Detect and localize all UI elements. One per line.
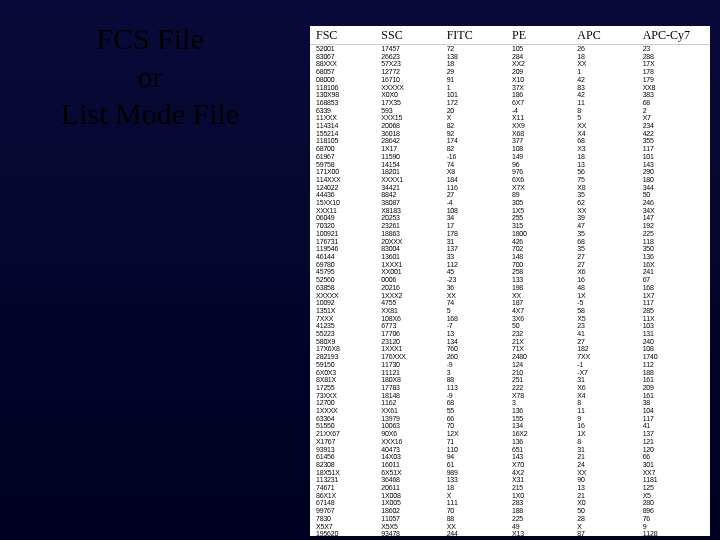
cell: 28	[575, 515, 640, 523]
cell: 20253	[379, 214, 444, 222]
cell: 57X23	[379, 60, 444, 68]
cell: 18148	[379, 392, 444, 400]
cell: 89	[510, 191, 575, 199]
cell: 1181	[641, 476, 706, 484]
table-body: 5200117457721052623830672662313828418288…	[310, 45, 710, 536]
cell: 37X	[510, 84, 575, 92]
cell: 23	[641, 45, 706, 53]
cell: 82308	[314, 461, 379, 469]
cell: XX	[575, 207, 640, 215]
cell: 14154	[379, 161, 444, 169]
cell: 1162	[379, 399, 444, 407]
cell: 179	[641, 76, 706, 84]
cell: 187	[510, 299, 575, 307]
cell: 76	[641, 515, 706, 523]
cell: X11	[510, 114, 575, 122]
table-row: 1351XXX8154X758285	[314, 307, 706, 315]
table-row: 6X0X3111213210-X7188	[314, 369, 706, 377]
cell: X7X	[510, 184, 575, 192]
cell: 91	[445, 76, 510, 84]
table-row: 55223177061323241131	[314, 330, 706, 338]
cell: XXXX1	[379, 176, 444, 184]
cell: 192	[641, 222, 706, 230]
cell: 45795	[314, 268, 379, 276]
cell: 113	[445, 384, 510, 392]
cell: 305	[510, 199, 575, 207]
cell: X5	[575, 315, 640, 323]
cell: X5X7	[314, 523, 379, 531]
table-row: 44436884227893550	[314, 191, 706, 199]
cell: 69780	[314, 261, 379, 269]
cell: 87	[575, 530, 640, 536]
cell: 232	[510, 330, 575, 338]
cell: 130X98	[314, 91, 379, 99]
cell: 83	[575, 84, 640, 92]
cell: 42	[575, 76, 640, 84]
cell: 149	[510, 153, 575, 161]
cell: XXX16	[379, 438, 444, 446]
cell: 61	[445, 461, 510, 469]
cell: XX	[510, 292, 575, 300]
cell: 16	[575, 276, 640, 284]
cell: 14X03	[379, 453, 444, 461]
cell: 5	[445, 307, 510, 315]
table-row: 1143142006882XX9XX234	[314, 122, 706, 130]
title-block: FCS File or List Mode File	[0, 0, 300, 540]
cell: 31	[445, 238, 510, 246]
cell: 67148	[314, 499, 379, 507]
cell: X70	[510, 461, 575, 469]
cell: 17783	[379, 384, 444, 392]
cell: X1767	[314, 438, 379, 446]
cell: 593	[379, 107, 444, 115]
cell: 1XXX1	[379, 345, 444, 353]
cell: 244	[445, 530, 510, 536]
cell: X5X5	[379, 523, 444, 531]
cell: 38	[641, 399, 706, 407]
table-row: 10092118863178180035225	[314, 230, 706, 238]
cell: 16710	[379, 76, 444, 84]
cell: 11	[575, 407, 640, 415]
table-row: XXX11X81831081X5XX34X	[314, 207, 706, 215]
cell: 55223	[314, 330, 379, 338]
cell: 168	[641, 284, 706, 292]
table-row: 46144136013314827136	[314, 253, 706, 261]
cell: -16	[445, 153, 510, 161]
cell: XXXXX	[314, 292, 379, 300]
table-row: 6336413979661559117	[314, 415, 706, 423]
cell: 172	[445, 99, 510, 107]
cell: 422	[641, 130, 706, 138]
table-row: 45795XX00145258X6241	[314, 268, 706, 276]
table-row: 6196711590-1614918101	[314, 153, 706, 161]
cell: 73XXX	[314, 392, 379, 400]
cell: XX81	[379, 307, 444, 315]
cell: 989	[445, 469, 510, 477]
cell: 1X7	[641, 292, 706, 300]
table-row: 16885317X351726X71168	[314, 99, 706, 107]
cell: 255	[510, 214, 575, 222]
cell: XX	[445, 523, 510, 531]
table-row: 118106XXXXX137X83XX8	[314, 84, 706, 92]
cell: 133	[445, 476, 510, 484]
table-row: 1181052864217437768355	[314, 137, 706, 145]
table-row: 282193176XXX26024807XX1740	[314, 353, 706, 361]
cell: 45	[445, 268, 510, 276]
cell: 1X	[575, 292, 640, 300]
cell: 23261	[379, 222, 444, 230]
cell: 18	[575, 153, 640, 161]
cell: 108	[510, 145, 575, 153]
cell: 18X51X	[314, 469, 379, 477]
table-row: 114XXXXXXX11846X675180	[314, 176, 706, 184]
cell: 143	[510, 453, 575, 461]
cell: 68700	[314, 145, 379, 153]
cell: 96	[510, 161, 575, 169]
table-row: 70320232611731547192	[314, 222, 706, 230]
cell: 11	[575, 99, 640, 107]
cell: 355	[641, 137, 706, 145]
cell: 74671	[314, 484, 379, 492]
table-row: 525600006-231331667	[314, 276, 706, 284]
table-row: 10092475574187-5117	[314, 299, 706, 307]
cell: X3	[575, 145, 640, 153]
title-line-1: FCS File	[0, 20, 300, 58]
cell: 35	[575, 245, 640, 253]
cell: 70	[445, 422, 510, 430]
